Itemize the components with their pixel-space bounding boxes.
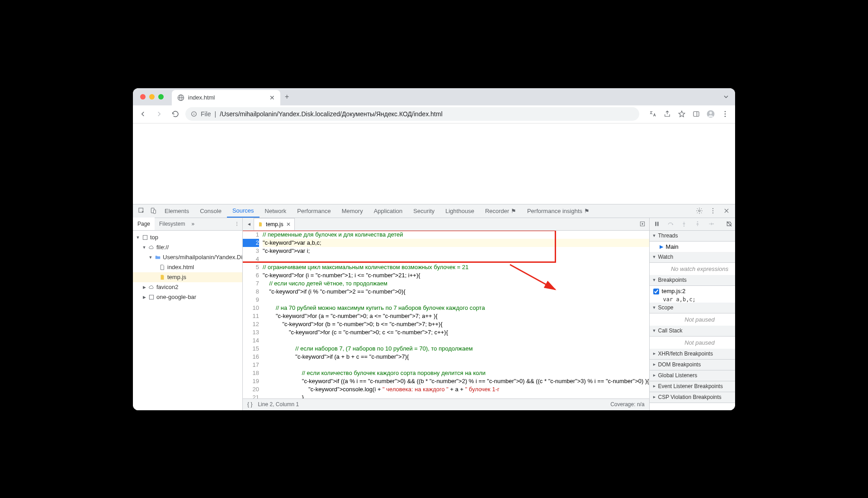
tab-elements[interactable]: Elements: [159, 204, 194, 218]
tree-file-origin[interactable]: ▼file://: [133, 242, 242, 252]
tree-top[interactable]: ▼top: [133, 232, 242, 242]
left-tabs-menu-icon[interactable]: [234, 221, 240, 227]
section-watch[interactable]: ▼Watch +⟳: [650, 252, 735, 263]
url-input[interactable]: File | /Users/mihailpolanin/Yandex.Disk.…: [185, 107, 639, 121]
device-icon[interactable]: [147, 207, 159, 214]
svg-point-11: [725, 114, 726, 115]
bookmark-icon[interactable]: [675, 108, 688, 120]
profile-icon[interactable]: [704, 108, 717, 120]
sources-navigator: Page Filesystem » ▼top ▼file:// ▼Users/m…: [133, 218, 243, 410]
debug-toolbar: [650, 218, 735, 231]
tree-file-index[interactable]: index.html: [133, 262, 242, 272]
tree-favicon[interactable]: ▶favicon2: [133, 282, 242, 292]
run-snippet-icon[interactable]: [639, 221, 646, 227]
tab-console[interactable]: Console: [194, 204, 227, 218]
browser-tab[interactable]: index.html ✕: [172, 90, 280, 105]
globe-icon: [177, 94, 184, 101]
left-tabs-more-icon[interactable]: »: [191, 221, 194, 227]
step-into-icon[interactable]: [679, 219, 689, 228]
menu-icon[interactable]: [719, 108, 731, 120]
translate-icon[interactable]: [646, 108, 659, 120]
svg-rect-6: [693, 112, 699, 117]
breakpoint-context: var a,b,c;: [650, 296, 735, 303]
breakpoint-item[interactable]: temp.js:2: [650, 286, 735, 296]
tree-onegoogle[interactable]: ▶one-google-bar: [133, 292, 242, 302]
step-over-icon[interactable]: [666, 219, 675, 228]
svg-point-9: [709, 112, 712, 114]
svg-point-22: [236, 225, 237, 226]
devtools-tabs: Elements Console Sources Network Perform…: [133, 204, 735, 218]
cloud-icon: [148, 244, 155, 251]
browser-window: index.html ✕ + File | /Users/mihailpolan…: [133, 88, 735, 410]
step-icon[interactable]: [707, 219, 716, 228]
tab-sources[interactable]: Sources: [227, 204, 259, 218]
pause-icon[interactable]: [652, 219, 661, 228]
folder-icon: [155, 254, 161, 261]
svg-point-29: [672, 224, 673, 225]
nav-prev-icon[interactable]: ◂: [245, 221, 254, 227]
tabs-dropdown-icon[interactable]: [723, 94, 729, 100]
thread-main[interactable]: ▶Main: [650, 242, 735, 252]
back-button[interactable]: [137, 108, 149, 120]
more-icon[interactable]: [707, 207, 719, 214]
code-editor: ◂ temp.js ✕ 1234567891011121314151617181…: [243, 218, 650, 410]
section-xhr[interactable]: ▼XHR/fetch Breakpoints: [650, 349, 735, 360]
tab-memory[interactable]: Memory: [336, 204, 368, 218]
tab-title: index.html: [188, 94, 215, 101]
step-out-icon[interactable]: [693, 219, 702, 228]
settings-icon[interactable]: [693, 207, 705, 214]
tab-recorder[interactable]: Recorder ⚑: [480, 204, 522, 218]
svg-point-5: [193, 113, 194, 113]
section-callstack[interactable]: ▼Call Stack: [650, 326, 735, 337]
svg-point-20: [236, 222, 237, 223]
section-event[interactable]: ▼Event Listener Breakpoints: [650, 381, 735, 392]
url-path: /Users/mihailpolanin/Yandex.Disk.localiz…: [220, 110, 443, 118]
tab-network[interactable]: Network: [259, 204, 292, 218]
maximize-window[interactable]: [158, 94, 164, 100]
left-tab-page[interactable]: Page: [133, 218, 155, 230]
reload-button[interactable]: [169, 108, 182, 120]
minimize-window[interactable]: [149, 94, 155, 100]
tab-perf-insights[interactable]: Performance insights ⚑: [522, 204, 595, 218]
format-icon[interactable]: { }: [247, 401, 252, 408]
section-breakpoints[interactable]: ▼Breakpoints: [650, 275, 735, 286]
tab-performance[interactable]: Performance: [292, 204, 336, 218]
deactivate-bp-icon[interactable]: [725, 219, 734, 228]
left-tab-filesystem[interactable]: Filesystem: [155, 218, 189, 230]
cursor-position: Line 2, Column 1: [258, 401, 299, 408]
section-global[interactable]: ▼Global Listeners: [650, 370, 735, 381]
section-dom[interactable]: ▼DOM Breakpoints: [650, 360, 735, 370]
file-tab-temp[interactable]: temp.js ✕: [254, 218, 295, 230]
sidepanel-icon[interactable]: [690, 108, 703, 120]
inspect-icon[interactable]: [136, 207, 147, 214]
watch-empty: No watch expressions: [650, 263, 735, 275]
scope-empty: Not paused: [650, 313, 735, 326]
tree-file-temp[interactable]: temp.js: [133, 272, 242, 282]
page-content: [133, 123, 735, 204]
svg-point-19: [712, 213, 713, 213]
section-csp[interactable]: ▼CSP Violation Breakpoints: [650, 392, 735, 403]
new-tab-button[interactable]: +: [280, 93, 293, 101]
code-area[interactable]: 1234567891011121314151617181920212223242…: [243, 231, 649, 398]
svg-point-17: [712, 208, 713, 209]
svg-point-12: [725, 116, 726, 117]
frame-icon: [142, 234, 148, 241]
close-devtools-icon[interactable]: [721, 208, 732, 214]
close-tab-icon[interactable]: ✕: [269, 94, 275, 101]
tree-folder[interactable]: ▼Users/mihailpolanin/Yandex.Di: [133, 252, 242, 262]
tab-application[interactable]: Application: [368, 204, 408, 218]
file-tree: ▼top ▼file:// ▼Users/mihailpolanin/Yande…: [133, 231, 242, 410]
close-window[interactable]: [140, 94, 146, 100]
section-scope[interactable]: ▼Scope: [650, 303, 735, 313]
share-icon[interactable]: [661, 108, 674, 120]
svg-rect-15: [154, 210, 156, 213]
svg-point-32: [712, 223, 713, 224]
tab-security[interactable]: Security: [408, 204, 440, 218]
url-scheme: File: [201, 110, 211, 118]
forward-button[interactable]: [153, 108, 165, 120]
breakpoint-checkbox[interactable]: [653, 289, 659, 294]
frame-icon: [148, 294, 155, 300]
section-threads[interactable]: ▼Threads: [650, 231, 735, 242]
tab-lighthouse[interactable]: Lighthouse: [440, 204, 480, 218]
close-file-icon[interactable]: ✕: [286, 221, 291, 228]
